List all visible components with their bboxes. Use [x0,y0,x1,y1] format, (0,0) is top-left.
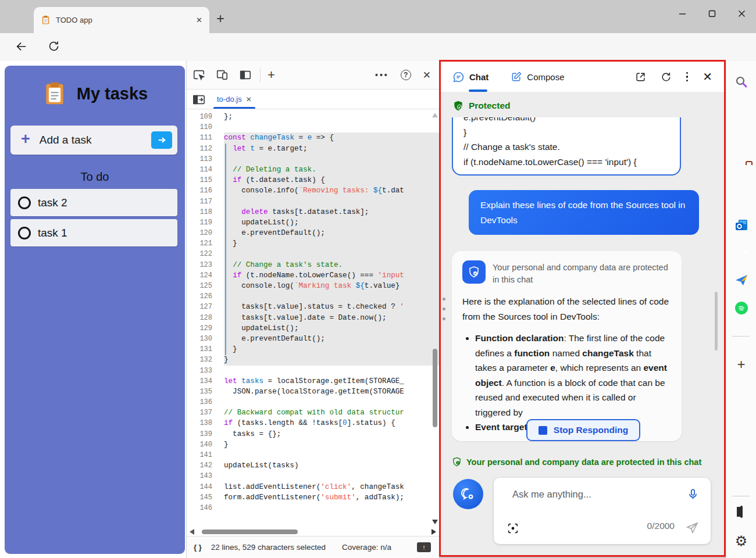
task-item[interactable]: task 1 [10,219,177,246]
scroll-up-icon[interactable] [432,113,438,117]
outlook-icon[interactable] [734,219,748,231]
maximize-button[interactable] [708,10,716,17]
code-line[interactable]: 110 [187,122,439,133]
spotify-icon[interactable] [735,302,748,314]
tab-compose[interactable]: Compose [511,62,564,92]
code-line[interactable]: 133 [187,366,439,376]
inspect-element-icon[interactable] [192,69,205,81]
vertical-scrollbar[interactable] [431,109,439,528]
refresh-chat-icon[interactable] [661,71,672,83]
send-icon[interactable] [686,521,699,535]
scroll-down-icon[interactable] [432,520,438,524]
back-icon[interactable] [15,40,28,53]
focus-mode-icon[interactable] [239,69,252,81]
device-emulation-icon[interactable] [216,69,229,81]
drop-icon[interactable] [734,274,748,287]
copilot-sidebar: Chat Compose ✕ [439,60,726,557]
horizontal-scrollbar[interactable] [187,528,439,536]
open-in-window-icon[interactable] [635,71,646,83]
code-line[interactable]: 146 [187,503,439,513]
line-number: 128 [187,313,212,323]
code-line[interactable]: 132} [187,355,439,365]
tab-favicon-clipboard-icon [41,15,51,25]
task-item[interactable]: task 2 [10,189,177,216]
code-line[interactable]: 109}; [187,112,439,122]
divider [732,336,750,337]
code-text: form.addEventListener('submit', addTask)… [224,492,439,503]
scroll-right-icon[interactable] [432,529,436,535]
code-text: delete tasks[t.dataset.task]; [224,207,439,217]
devtools-menu-icon[interactable]: ••• [375,70,389,80]
devtools-close-icon[interactable]: ✕ [423,69,431,81]
add-task-input[interactable]: + Add a task [10,126,177,155]
privacy-note-row: Your personal and company data are prote… [462,260,671,286]
search-icon[interactable] [734,75,748,89]
format-code-icon[interactable]: { } [194,543,202,552]
code-line[interactable]: 135 JSON.parse(localStorage.getItem(STOR… [187,387,439,397]
code-text [224,366,439,376]
code-text: } [224,344,439,355]
submit-task-button[interactable] [151,131,172,149]
stop-responding-button[interactable]: Stop Responding [526,419,640,441]
code-line[interactable]: 134let tasks = localStorage.getItem(STOR… [187,376,439,387]
line-number: 131 [187,344,212,355]
task-checkbox[interactable] [18,227,31,239]
shield-outline-icon [452,457,462,467]
code-line[interactable]: 143 [187,471,439,481]
minimize-button[interactable] [679,10,686,17]
file-tab-close-icon[interactable]: ✕ [246,95,252,103]
coverage-status: Coverage: n/a [342,543,391,552]
file-tab-to-do-js[interactable]: to-do.js ✕ [213,90,255,109]
add-icon[interactable]: + [737,356,745,373]
refresh-icon[interactable] [48,40,60,52]
line-number: 138 [187,418,212,428]
code-line[interactable]: 141 [187,450,439,460]
code-line[interactable]: 137// Backward compat with old data stru… [187,407,439,418]
more-options-icon[interactable] [686,72,689,82]
open-console-icon[interactable]: ↑ [417,542,431,552]
scroll-left-icon[interactable] [190,529,194,535]
todo-section-heading: To do [5,170,185,184]
code-text: // Change a task's state. [224,260,439,270]
close-copilot-icon[interactable]: ✕ [702,71,712,83]
task-checkbox[interactable] [18,196,31,209]
tab-close-icon[interactable]: ✕ [196,16,202,24]
more-tools-add-icon[interactable]: + [268,67,275,83]
code-editor[interactable]: 109};110111const changeTask = e => {112 … [187,109,439,528]
task-label: task 2 [38,196,67,209]
browser-tab[interactable]: TODO app ✕ [34,7,209,33]
tab-chat[interactable]: Chat [452,62,488,92]
toggle-sidebar-icon[interactable] [192,94,205,105]
help-icon[interactable]: ? [401,70,411,80]
chat-scroll-thumb[interactable] [715,292,718,350]
code-line[interactable]: 144list.addEventListener('click', change… [187,482,439,492]
vertical-scroll-thumb[interactable] [433,349,437,427]
code-line[interactable]: 139 tasks = {}; [187,429,439,439]
divider [260,67,261,83]
code-line[interactable]: 136 [187,397,439,407]
line-number: 117 [187,196,212,207]
horizontal-scroll-thumb[interactable] [202,530,298,534]
new-tab-button[interactable]: + [216,10,224,27]
code-line[interactable]: 142updateList(tasks) [187,460,439,471]
screenshot-capture-icon[interactable] [507,522,519,535]
sidebar-resize-handle[interactable] [443,298,445,320]
line-number: 120 [187,228,212,238]
user-message-bubble: Explain these lines of code from the Sou… [469,190,699,235]
settings-icon[interactable]: ⚙ [735,534,748,548]
footer-privacy-note: Your personal and company data are prote… [452,457,701,467]
stop-square-icon [539,426,547,435]
chat-input[interactable] [511,488,657,500]
customize-sidebar-icon[interactable] [740,507,743,517]
code-line[interactable]: 140} [187,439,439,450]
line-number: 143 [187,471,212,481]
code-line[interactable]: 145form.addEventListener('submit', addTa… [187,492,439,503]
new-topic-button[interactable] [453,479,483,509]
line-number: 109 [187,112,212,122]
close-window-button[interactable] [738,10,746,17]
code-line[interactable]: 111const changeTask = e => { [187,133,439,143]
code-line[interactable]: 138if (tasks.length && !tasks[0].status)… [187,418,439,428]
code-text: updateList(tasks) [224,460,439,471]
microphone-icon[interactable] [687,488,699,500]
chat-input-card[interactable]: 0/2000 [494,478,711,544]
